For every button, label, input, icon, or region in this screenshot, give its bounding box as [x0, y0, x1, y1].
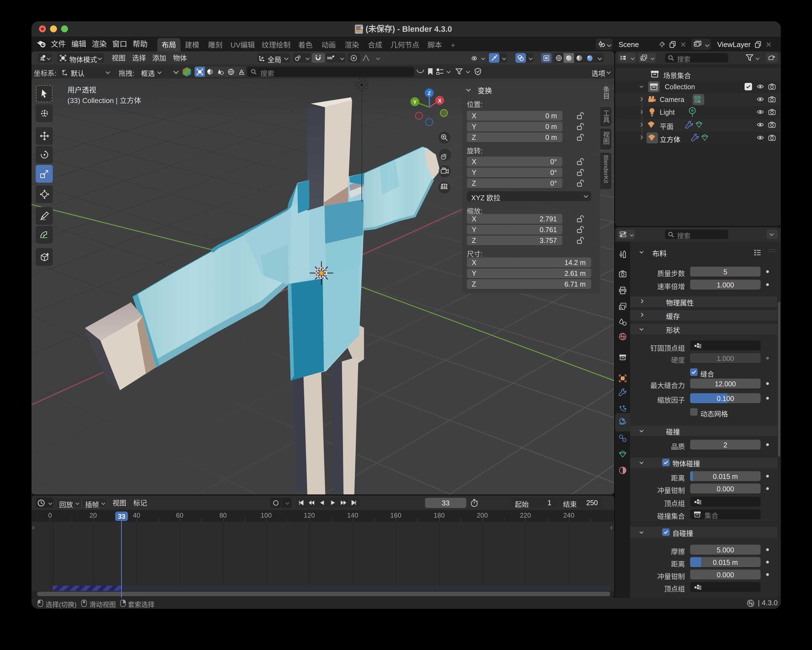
- svg-text:Z: Z: [427, 90, 431, 96]
- svg-text:Y: Y: [413, 99, 417, 105]
- svg-text:X: X: [438, 98, 442, 104]
